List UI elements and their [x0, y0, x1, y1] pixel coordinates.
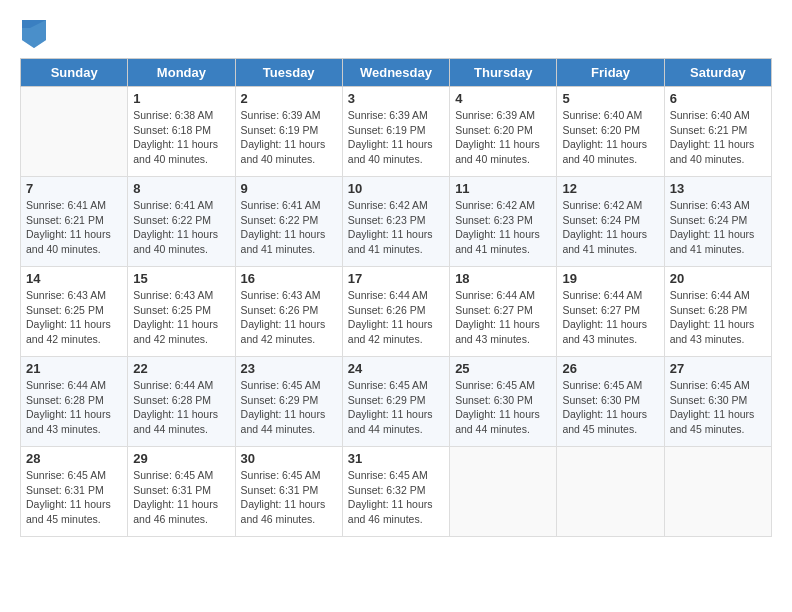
daylight-label: Daylight: 11 hours and 40 minutes. — [133, 228, 218, 255]
col-header-wednesday: Wednesday — [342, 59, 449, 87]
daylight-label: Daylight: 11 hours and 41 minutes. — [670, 228, 755, 255]
calendar-cell — [557, 447, 664, 537]
sunset-label: Sunset: 6:30 PM — [670, 394, 748, 406]
day-number: 15 — [133, 271, 229, 286]
day-info: Sunrise: 6:41 AM Sunset: 6:21 PM Dayligh… — [26, 198, 122, 257]
sunset-label: Sunset: 6:21 PM — [670, 124, 748, 136]
daylight-label: Daylight: 11 hours and 45 minutes. — [26, 498, 111, 525]
day-info: Sunrise: 6:42 AM Sunset: 6:24 PM Dayligh… — [562, 198, 658, 257]
col-header-sunday: Sunday — [21, 59, 128, 87]
day-info: Sunrise: 6:40 AM Sunset: 6:20 PM Dayligh… — [562, 108, 658, 167]
day-number: 8 — [133, 181, 229, 196]
daylight-label: Daylight: 11 hours and 40 minutes. — [562, 138, 647, 165]
daylight-label: Daylight: 11 hours and 42 minutes. — [133, 318, 218, 345]
day-number: 31 — [348, 451, 444, 466]
calendar-cell: 20 Sunrise: 6:44 AM Sunset: 6:28 PM Dayl… — [664, 267, 771, 357]
daylight-label: Daylight: 11 hours and 46 minutes. — [133, 498, 218, 525]
daylight-label: Daylight: 11 hours and 40 minutes. — [670, 138, 755, 165]
calendar-header-row: SundayMondayTuesdayWednesdayThursdayFrid… — [21, 59, 772, 87]
page-header — [20, 20, 772, 48]
calendar-cell: 11 Sunrise: 6:42 AM Sunset: 6:23 PM Dayl… — [450, 177, 557, 267]
sunrise-label: Sunrise: 6:41 AM — [133, 199, 213, 211]
sunset-label: Sunset: 6:30 PM — [562, 394, 640, 406]
day-number: 28 — [26, 451, 122, 466]
sunset-label: Sunset: 6:29 PM — [241, 394, 319, 406]
day-number: 16 — [241, 271, 337, 286]
day-number: 12 — [562, 181, 658, 196]
sunset-label: Sunset: 6:25 PM — [26, 304, 104, 316]
day-info: Sunrise: 6:45 AM Sunset: 6:30 PM Dayligh… — [562, 378, 658, 437]
col-header-saturday: Saturday — [664, 59, 771, 87]
daylight-label: Daylight: 11 hours and 43 minutes. — [670, 318, 755, 345]
sunset-label: Sunset: 6:28 PM — [133, 394, 211, 406]
day-info: Sunrise: 6:39 AM Sunset: 6:19 PM Dayligh… — [348, 108, 444, 167]
col-header-tuesday: Tuesday — [235, 59, 342, 87]
day-number: 20 — [670, 271, 766, 286]
calendar-cell: 23 Sunrise: 6:45 AM Sunset: 6:29 PM Dayl… — [235, 357, 342, 447]
sunset-label: Sunset: 6:30 PM — [455, 394, 533, 406]
day-info: Sunrise: 6:43 AM Sunset: 6:26 PM Dayligh… — [241, 288, 337, 347]
calendar-week-4: 21 Sunrise: 6:44 AM Sunset: 6:28 PM Dayl… — [21, 357, 772, 447]
day-info: Sunrise: 6:45 AM Sunset: 6:31 PM Dayligh… — [241, 468, 337, 527]
sunset-label: Sunset: 6:20 PM — [455, 124, 533, 136]
daylight-label: Daylight: 11 hours and 41 minutes. — [562, 228, 647, 255]
day-number: 23 — [241, 361, 337, 376]
sunrise-label: Sunrise: 6:45 AM — [348, 469, 428, 481]
sunrise-label: Sunrise: 6:45 AM — [133, 469, 213, 481]
calendar-cell: 10 Sunrise: 6:42 AM Sunset: 6:23 PM Dayl… — [342, 177, 449, 267]
sunrise-label: Sunrise: 6:45 AM — [26, 469, 106, 481]
calendar-cell — [664, 447, 771, 537]
daylight-label: Daylight: 11 hours and 41 minutes. — [241, 228, 326, 255]
sunset-label: Sunset: 6:23 PM — [455, 214, 533, 226]
daylight-label: Daylight: 11 hours and 45 minutes. — [670, 408, 755, 435]
calendar-cell: 24 Sunrise: 6:45 AM Sunset: 6:29 PM Dayl… — [342, 357, 449, 447]
sunset-label: Sunset: 6:19 PM — [241, 124, 319, 136]
day-info: Sunrise: 6:44 AM Sunset: 6:27 PM Dayligh… — [455, 288, 551, 347]
sunrise-label: Sunrise: 6:44 AM — [562, 289, 642, 301]
calendar-cell: 8 Sunrise: 6:41 AM Sunset: 6:22 PM Dayli… — [128, 177, 235, 267]
sunset-label: Sunset: 6:25 PM — [133, 304, 211, 316]
day-number: 18 — [455, 271, 551, 286]
day-info: Sunrise: 6:45 AM Sunset: 6:29 PM Dayligh… — [241, 378, 337, 437]
calendar-cell: 28 Sunrise: 6:45 AM Sunset: 6:31 PM Dayl… — [21, 447, 128, 537]
day-number: 14 — [26, 271, 122, 286]
daylight-label: Daylight: 11 hours and 40 minutes. — [348, 138, 433, 165]
daylight-label: Daylight: 11 hours and 42 minutes. — [241, 318, 326, 345]
sunrise-label: Sunrise: 6:43 AM — [241, 289, 321, 301]
sunrise-label: Sunrise: 6:45 AM — [241, 469, 321, 481]
day-number: 17 — [348, 271, 444, 286]
sunrise-label: Sunrise: 6:43 AM — [670, 199, 750, 211]
day-info: Sunrise: 6:45 AM Sunset: 6:31 PM Dayligh… — [133, 468, 229, 527]
sunrise-label: Sunrise: 6:45 AM — [562, 379, 642, 391]
day-number: 19 — [562, 271, 658, 286]
sunset-label: Sunset: 6:28 PM — [26, 394, 104, 406]
sunset-label: Sunset: 6:26 PM — [348, 304, 426, 316]
day-info: Sunrise: 6:42 AM Sunset: 6:23 PM Dayligh… — [455, 198, 551, 257]
daylight-label: Daylight: 11 hours and 42 minutes. — [348, 318, 433, 345]
sunset-label: Sunset: 6:29 PM — [348, 394, 426, 406]
sunrise-label: Sunrise: 6:41 AM — [241, 199, 321, 211]
daylight-label: Daylight: 11 hours and 40 minutes. — [455, 138, 540, 165]
sunset-label: Sunset: 6:23 PM — [348, 214, 426, 226]
sunrise-label: Sunrise: 6:44 AM — [348, 289, 428, 301]
calendar-cell — [21, 87, 128, 177]
day-number: 22 — [133, 361, 229, 376]
sunset-label: Sunset: 6:26 PM — [241, 304, 319, 316]
day-number: 7 — [26, 181, 122, 196]
day-info: Sunrise: 6:44 AM Sunset: 6:27 PM Dayligh… — [562, 288, 658, 347]
sunrise-label: Sunrise: 6:45 AM — [455, 379, 535, 391]
sunset-label: Sunset: 6:31 PM — [241, 484, 319, 496]
day-info: Sunrise: 6:45 AM Sunset: 6:31 PM Dayligh… — [26, 468, 122, 527]
calendar-cell: 5 Sunrise: 6:40 AM Sunset: 6:20 PM Dayli… — [557, 87, 664, 177]
col-header-thursday: Thursday — [450, 59, 557, 87]
day-info: Sunrise: 6:44 AM Sunset: 6:28 PM Dayligh… — [133, 378, 229, 437]
day-info: Sunrise: 6:45 AM Sunset: 6:29 PM Dayligh… — [348, 378, 444, 437]
calendar-cell: 17 Sunrise: 6:44 AM Sunset: 6:26 PM Dayl… — [342, 267, 449, 357]
day-info: Sunrise: 6:45 AM Sunset: 6:32 PM Dayligh… — [348, 468, 444, 527]
calendar-cell: 12 Sunrise: 6:42 AM Sunset: 6:24 PM Dayl… — [557, 177, 664, 267]
daylight-label: Daylight: 11 hours and 44 minutes. — [455, 408, 540, 435]
sunset-label: Sunset: 6:31 PM — [133, 484, 211, 496]
day-info: Sunrise: 6:43 AM Sunset: 6:24 PM Dayligh… — [670, 198, 766, 257]
col-header-friday: Friday — [557, 59, 664, 87]
day-info: Sunrise: 6:45 AM Sunset: 6:30 PM Dayligh… — [455, 378, 551, 437]
